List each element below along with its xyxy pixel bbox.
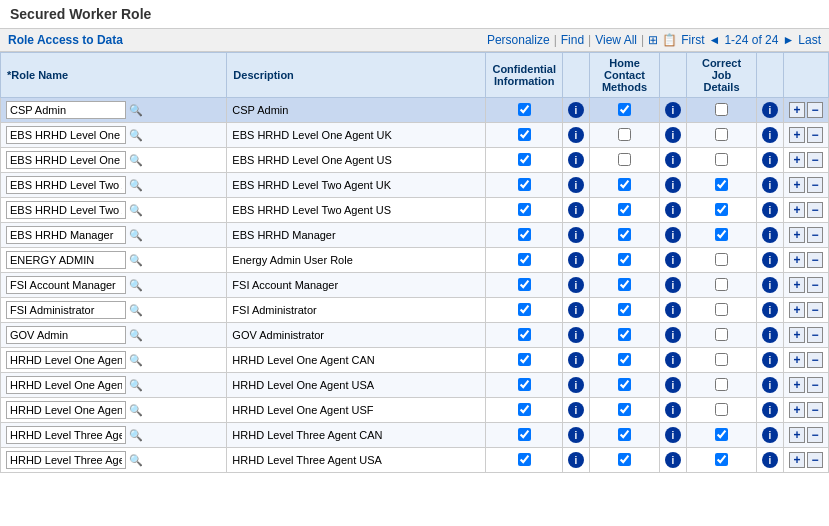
confidential-info-icon[interactable]: i	[568, 352, 584, 368]
correct-info-icon[interactable]: i	[762, 327, 778, 343]
correct-job-checkbox[interactable]	[715, 103, 728, 116]
home-contact-checkbox[interactable]	[618, 428, 631, 441]
correct-info-icon[interactable]: i	[762, 152, 778, 168]
add-row-button[interactable]: +	[789, 327, 805, 343]
confidential-checkbox[interactable]	[518, 428, 531, 441]
correct-info-icon[interactable]: i	[762, 252, 778, 268]
role-name-input[interactable]	[6, 201, 126, 219]
correct-job-checkbox[interactable]	[715, 428, 728, 441]
role-search-icon[interactable]: 🔍	[128, 402, 144, 418]
confidential-info-icon[interactable]: i	[568, 377, 584, 393]
prev-icon[interactable]: ◄	[708, 33, 720, 47]
home-info-icon[interactable]: i	[665, 152, 681, 168]
remove-row-button[interactable]: −	[807, 277, 823, 293]
confidential-checkbox[interactable]	[518, 103, 531, 116]
add-row-button[interactable]: +	[789, 452, 805, 468]
export-icon[interactable]: 📋	[662, 33, 677, 47]
role-search-icon[interactable]: 🔍	[128, 427, 144, 443]
remove-row-button[interactable]: −	[807, 427, 823, 443]
home-info-icon[interactable]: i	[665, 452, 681, 468]
correct-info-icon[interactable]: i	[762, 102, 778, 118]
confidential-checkbox[interactable]	[518, 453, 531, 466]
remove-row-button[interactable]: −	[807, 102, 823, 118]
home-info-icon[interactable]: i	[665, 377, 681, 393]
home-contact-checkbox[interactable]	[618, 328, 631, 341]
confidential-info-icon[interactable]: i	[568, 402, 584, 418]
role-name-input[interactable]	[6, 301, 126, 319]
grid-icon[interactable]: ⊞	[648, 33, 658, 47]
role-search-icon[interactable]: 🔍	[128, 102, 144, 118]
confidential-checkbox[interactable]	[518, 303, 531, 316]
remove-row-button[interactable]: −	[807, 177, 823, 193]
correct-job-checkbox[interactable]	[715, 378, 728, 391]
home-info-icon[interactable]: i	[665, 227, 681, 243]
last-link[interactable]: Last	[798, 33, 821, 47]
role-name-input[interactable]	[6, 226, 126, 244]
role-name-input[interactable]	[6, 326, 126, 344]
home-contact-checkbox[interactable]	[618, 103, 631, 116]
home-contact-checkbox[interactable]	[618, 128, 631, 141]
confidential-info-icon[interactable]: i	[568, 452, 584, 468]
home-contact-checkbox[interactable]	[618, 403, 631, 416]
confidential-checkbox[interactable]	[518, 128, 531, 141]
add-row-button[interactable]: +	[789, 252, 805, 268]
home-info-icon[interactable]: i	[665, 202, 681, 218]
home-contact-checkbox[interactable]	[618, 153, 631, 166]
add-row-button[interactable]: +	[789, 102, 805, 118]
home-info-icon[interactable]: i	[665, 427, 681, 443]
correct-info-icon[interactable]: i	[762, 377, 778, 393]
confidential-info-icon[interactable]: i	[568, 252, 584, 268]
confidential-checkbox[interactable]	[518, 178, 531, 191]
confidential-info-icon[interactable]: i	[568, 152, 584, 168]
add-row-button[interactable]: +	[789, 402, 805, 418]
correct-job-checkbox[interactable]	[715, 328, 728, 341]
correct-info-icon[interactable]: i	[762, 402, 778, 418]
first-link[interactable]: First	[681, 33, 704, 47]
home-info-icon[interactable]: i	[665, 327, 681, 343]
role-search-icon[interactable]: 🔍	[128, 352, 144, 368]
confidential-checkbox[interactable]	[518, 153, 531, 166]
home-info-icon[interactable]: i	[665, 402, 681, 418]
role-name-input[interactable]	[6, 351, 126, 369]
confidential-checkbox[interactable]	[518, 203, 531, 216]
confidential-checkbox[interactable]	[518, 378, 531, 391]
confidential-checkbox[interactable]	[518, 403, 531, 416]
home-contact-checkbox[interactable]	[618, 353, 631, 366]
correct-job-checkbox[interactable]	[715, 353, 728, 366]
role-search-icon[interactable]: 🔍	[128, 252, 144, 268]
confidential-info-icon[interactable]: i	[568, 327, 584, 343]
home-info-icon[interactable]: i	[665, 302, 681, 318]
confidential-info-icon[interactable]: i	[568, 227, 584, 243]
confidential-checkbox[interactable]	[518, 328, 531, 341]
remove-row-button[interactable]: −	[807, 452, 823, 468]
remove-row-button[interactable]: −	[807, 302, 823, 318]
home-contact-checkbox[interactable]	[618, 303, 631, 316]
confidential-info-icon[interactable]: i	[568, 102, 584, 118]
home-info-icon[interactable]: i	[665, 102, 681, 118]
confidential-info-icon[interactable]: i	[568, 427, 584, 443]
correct-job-checkbox[interactable]	[715, 228, 728, 241]
view-all-link[interactable]: View All	[595, 33, 637, 47]
correct-info-icon[interactable]: i	[762, 302, 778, 318]
role-search-icon[interactable]: 🔍	[128, 202, 144, 218]
add-row-button[interactable]: +	[789, 202, 805, 218]
confidential-info-icon[interactable]: i	[568, 302, 584, 318]
remove-row-button[interactable]: −	[807, 152, 823, 168]
correct-info-icon[interactable]: i	[762, 277, 778, 293]
add-row-button[interactable]: +	[789, 227, 805, 243]
home-contact-checkbox[interactable]	[618, 203, 631, 216]
add-row-button[interactable]: +	[789, 352, 805, 368]
role-search-icon[interactable]: 🔍	[128, 452, 144, 468]
remove-row-button[interactable]: −	[807, 327, 823, 343]
home-contact-checkbox[interactable]	[618, 228, 631, 241]
correct-job-checkbox[interactable]	[715, 278, 728, 291]
remove-row-button[interactable]: −	[807, 252, 823, 268]
remove-row-button[interactable]: −	[807, 127, 823, 143]
correct-job-checkbox[interactable]	[715, 303, 728, 316]
role-name-input[interactable]	[6, 401, 126, 419]
correct-job-checkbox[interactable]	[715, 178, 728, 191]
remove-row-button[interactable]: −	[807, 402, 823, 418]
confidential-info-icon[interactable]: i	[568, 277, 584, 293]
role-name-input[interactable]	[6, 376, 126, 394]
role-name-input[interactable]	[6, 101, 126, 119]
